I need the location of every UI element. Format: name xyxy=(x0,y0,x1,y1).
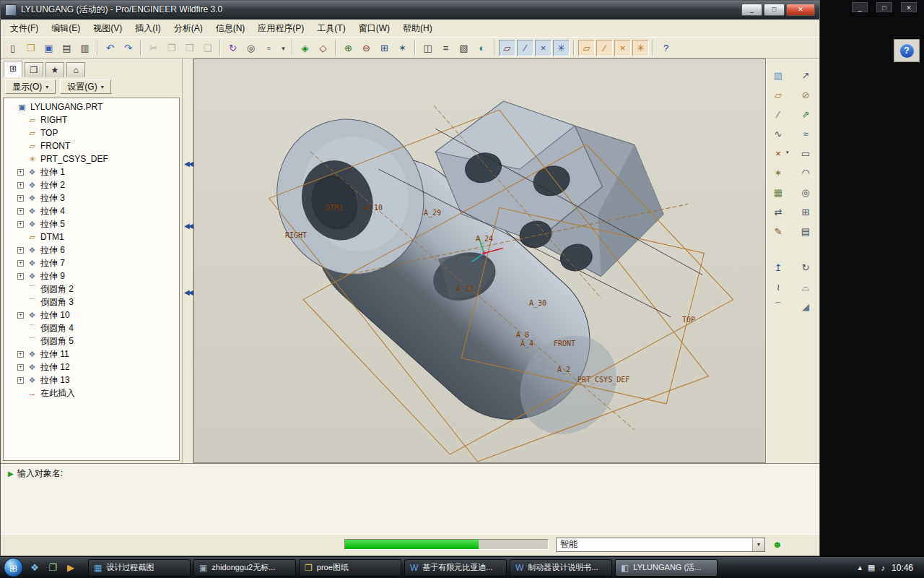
intersect-tool[interactable]: ⊞ xyxy=(796,204,816,220)
mirror-tool[interactable]: ↗ xyxy=(796,67,816,83)
volume-icon[interactable]: ♪ xyxy=(881,564,885,572)
hidden-icons-chevron[interactable]: ▴ xyxy=(858,563,863,572)
sweep-tool[interactable]: ≀ xyxy=(769,279,788,295)
bg-close-button[interactable]: ✕ xyxy=(901,2,917,12)
extrude-tool[interactable]: ↥ xyxy=(769,259,788,275)
datum-point-tool[interactable]: ×▾ xyxy=(769,145,788,161)
tree-item[interactable]: +❖拉伸 13 xyxy=(4,374,179,387)
tree-item[interactable]: +⌒倒圆角 4 xyxy=(4,322,179,335)
tree-item[interactable]: +❖拉伸 7 xyxy=(4,256,179,269)
tree-item[interactable]: +▣LYLUNGANG.PRT xyxy=(4,100,179,113)
datum-planes-toggle[interactable]: ▱ xyxy=(499,40,515,56)
window-switcher-icon[interactable]: ❐ xyxy=(45,560,61,576)
layers-button[interactable]: ≡ xyxy=(437,40,454,56)
round-tool[interactable]: ⌒ xyxy=(769,298,788,314)
zoom-out-button[interactable]: ⊖ xyxy=(358,40,375,56)
tree-item[interactable]: +❖拉伸 9 xyxy=(4,269,179,282)
menu-item-9[interactable]: 帮助(H) xyxy=(396,20,439,37)
context-help-button[interactable]: ? xyxy=(658,40,674,56)
minimize-button[interactable]: _ xyxy=(741,4,762,16)
tree-item[interactable]: +▱DTM1 xyxy=(4,230,179,243)
find-button[interactable]: ◎ xyxy=(243,40,259,56)
tree-item[interactable]: +▱RIGHT xyxy=(4,113,179,126)
redo-button[interactable]: ↷ xyxy=(120,40,136,56)
datum-csys-toggle[interactable]: ✳ xyxy=(553,40,570,56)
datum-axes-toggle[interactable]: ∕ xyxy=(517,40,533,56)
annotation-axes-toggle[interactable]: ∕ xyxy=(596,40,613,56)
expand-toggle[interactable]: + xyxy=(17,182,24,189)
title-bar[interactable]: LYLUNGANG (活动的) - Pro/ENGINEER Wildfire … xyxy=(1,1,819,20)
tree-item[interactable]: +❖拉伸 5 xyxy=(4,217,179,230)
tree-item[interactable]: +❖拉伸 10 xyxy=(4,309,179,322)
menu-item-7[interactable]: 工具(T) xyxy=(310,20,352,37)
pattern-tool[interactable]: ▦ xyxy=(769,184,788,200)
taskbar-button-0[interactable]: ▦设计过程截图 xyxy=(88,559,191,577)
copy-geometry-tool[interactable]: ▧ xyxy=(769,67,788,83)
quick-pick-toggle[interactable]: ◇ xyxy=(315,40,331,56)
taskbar-button-1[interactable]: ▣zhidonggu2无标... xyxy=(193,559,296,577)
selection-filter-combo[interactable]: 智能 ▾ xyxy=(556,538,765,552)
favorites-tab[interactable]: ★ xyxy=(45,62,64,77)
taskbar-button-3[interactable]: W基于有限元比亚迪... xyxy=(404,559,507,577)
start-button[interactable]: ⊞ xyxy=(4,558,23,577)
bg-maximize-button[interactable]: □ xyxy=(876,2,892,12)
blend-tool[interactable]: ⌓ xyxy=(796,279,816,295)
print-preview-button[interactable]: ▥ xyxy=(77,40,93,56)
repaint-button[interactable]: ✶ xyxy=(394,40,411,56)
combo-dropdown-icon[interactable]: ▾ xyxy=(752,538,764,551)
menu-item-4[interactable]: 分析(A) xyxy=(167,20,209,37)
tree-item[interactable]: +❖拉伸 6 xyxy=(4,243,179,256)
menu-item-1[interactable]: 编辑(E) xyxy=(45,20,87,37)
tree-item[interactable]: +❖拉伸 11 xyxy=(4,348,179,361)
bg-minimize-button[interactable]: _ xyxy=(852,2,868,12)
offset-plane-tool[interactable]: ⇗ xyxy=(796,106,816,122)
tree-item[interactable]: +❖拉伸 3 xyxy=(4,191,179,204)
new-file-button[interactable]: ▯ xyxy=(4,40,21,56)
tree-item[interactable]: +❖拉伸 2 xyxy=(4,178,179,191)
media-player-icon[interactable]: ▶ xyxy=(63,560,79,576)
expand-toggle[interactable]: + xyxy=(17,377,24,384)
sketch-tool[interactable]: ✎ xyxy=(769,223,788,239)
construction-line-tool[interactable]: ∕ xyxy=(769,106,788,122)
expand-toggle[interactable]: + xyxy=(17,260,24,267)
tree-item[interactable]: +⌒倒圆角 5 xyxy=(4,335,179,348)
connections-tab[interactable]: ⌂ xyxy=(66,62,85,77)
menu-item-2[interactable]: 视图(V) xyxy=(87,20,128,37)
datum-plane-tool[interactable]: ▱ xyxy=(769,87,788,103)
taskbar-button-4[interactable]: W制动器设计说明书... xyxy=(510,559,612,577)
expand-toggle[interactable]: + xyxy=(17,312,24,319)
fill-tool[interactable]: ▭ xyxy=(796,145,816,161)
regenerate-button[interactable]: ↻ xyxy=(225,40,241,56)
tree-item[interactable]: +→在此插入 xyxy=(4,387,179,400)
taskbar-button-2[interactable]: ❐proe图纸 xyxy=(299,559,401,577)
menu-item-3[interactable]: 插入(I) xyxy=(128,20,167,37)
project-tool[interactable]: ◎ xyxy=(796,184,816,200)
annotation-csys-toggle[interactable]: ✳ xyxy=(632,40,649,56)
chamfer-tool[interactable]: ◢ xyxy=(796,298,816,314)
selection-filter-button[interactable]: ▫ xyxy=(261,40,277,56)
tree-item[interactable]: +⌒倒圆角 2 xyxy=(4,282,179,296)
show-dropdown-button[interactable]: 显示(O)▾ xyxy=(5,79,56,94)
model-tree-tab[interactable]: ⊞ xyxy=(4,61,22,77)
expand-toggle[interactable]: + xyxy=(17,221,24,228)
thicken-tool[interactable]: ▤ xyxy=(796,223,816,239)
menu-item-8[interactable]: 窗口(W) xyxy=(352,20,396,37)
maximize-button[interactable]: □ xyxy=(764,4,785,16)
expand-toggle[interactable]: + xyxy=(17,195,24,202)
expand-toggle[interactable]: + xyxy=(17,247,24,254)
close-button[interactable]: ✕ xyxy=(786,4,815,16)
datum-points-toggle[interactable]: × xyxy=(535,40,552,56)
tree-item[interactable]: +▱TOP xyxy=(4,126,179,139)
collapse-arrow-icon[interactable]: ◀◀ xyxy=(184,288,192,296)
folder-browser-tab[interactable]: ❐ xyxy=(25,62,43,77)
tree-item[interactable]: +▱FRONT xyxy=(4,139,179,152)
tree-item[interactable]: +❖拉伸 12 xyxy=(4,361,179,374)
menu-item-6[interactable]: 应用程序(P) xyxy=(251,20,310,37)
menu-item-0[interactable]: 文件(F) xyxy=(4,20,45,37)
view-manager-button[interactable]: ▧ xyxy=(456,40,472,56)
collapse-arrow-icon[interactable]: ◀◀ xyxy=(184,160,192,168)
expand-toggle[interactable]: + xyxy=(17,273,24,280)
axis-point-tool[interactable]: ✶ xyxy=(769,165,788,181)
wrap-tool[interactable]: ⇄ xyxy=(769,204,788,220)
arc-tool[interactable]: ◠ xyxy=(796,165,816,181)
